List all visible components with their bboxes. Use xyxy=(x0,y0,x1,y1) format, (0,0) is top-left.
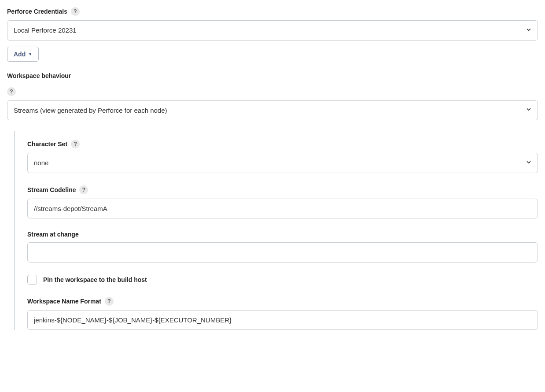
stream-at-change-label: Stream at change xyxy=(27,231,79,238)
character-set-label-text: Character Set xyxy=(27,141,67,148)
stream-codeline-input[interactable] xyxy=(27,199,538,219)
perforce-credentials-section: Perforce Credentials ? Local Perforce 20… xyxy=(7,7,538,62)
workspace-behaviour-label-text: Workspace behaviour xyxy=(7,72,71,79)
perforce-credentials-select[interactable]: Local Perforce 20231 xyxy=(7,20,538,41)
stream-codeline-label: Stream Codeline ? xyxy=(27,185,88,194)
workspace-behaviour-section: Workspace behaviour ? Streams (view gene… xyxy=(7,72,538,121)
perforce-credentials-select-wrapper: Local Perforce 20231 xyxy=(7,20,538,41)
pin-workspace-label: Pin the workspace to the build host xyxy=(43,276,147,283)
character-set-select-wrapper: none xyxy=(27,153,538,173)
workspace-name-format-input[interactable] xyxy=(27,310,538,330)
perforce-credentials-label-text: Perforce Credentials xyxy=(7,8,67,15)
character-set-label: Character Set ? xyxy=(27,140,80,148)
workspace-name-format-label: Workspace Name Format ? xyxy=(27,297,114,306)
help-icon[interactable]: ? xyxy=(71,140,80,148)
workspace-behaviour-nested: Character Set ? none Stream Codeline ? S… xyxy=(14,131,538,330)
stream-at-change-input[interactable] xyxy=(27,242,538,263)
stream-at-change-section: Stream at change xyxy=(27,231,538,263)
workspace-name-format-section: Workspace Name Format ? xyxy=(27,297,538,330)
help-icon[interactable]: ? xyxy=(79,185,88,194)
perforce-credentials-label: Perforce Credentials ? xyxy=(7,7,80,16)
help-icon[interactable]: ? xyxy=(71,7,80,16)
pin-workspace-section: Pin the workspace to the build host xyxy=(27,275,538,285)
pin-workspace-row: Pin the workspace to the build host xyxy=(27,275,538,285)
character-set-section: Character Set ? none xyxy=(27,140,538,173)
help-icon[interactable]: ? xyxy=(7,87,16,96)
workspace-behaviour-select-wrapper: Streams (view generated by Perforce for … xyxy=(7,100,538,121)
workspace-behaviour-select[interactable]: Streams (view generated by Perforce for … xyxy=(7,100,538,121)
stream-codeline-section: Stream Codeline ? xyxy=(27,185,538,219)
help-icon[interactable]: ? xyxy=(105,297,114,306)
character-set-select[interactable]: none xyxy=(27,153,538,173)
caret-down-icon: ▼ xyxy=(28,52,32,56)
workspace-name-format-label-text: Workspace Name Format xyxy=(27,298,101,305)
add-button-label: Add xyxy=(14,51,26,58)
pin-workspace-checkbox[interactable] xyxy=(27,275,37,285)
stream-at-change-label-text: Stream at change xyxy=(27,231,79,238)
stream-codeline-label-text: Stream Codeline xyxy=(27,186,76,193)
add-button[interactable]: Add ▼ xyxy=(7,47,39,62)
workspace-behaviour-label: Workspace behaviour xyxy=(7,72,71,79)
